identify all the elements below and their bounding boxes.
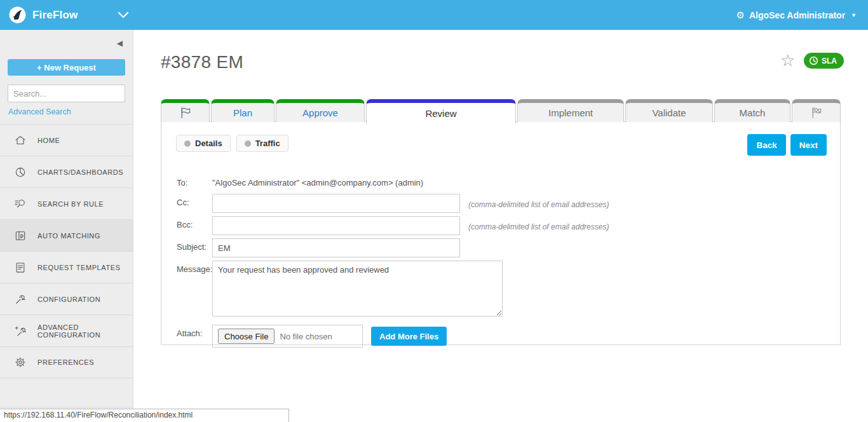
sidebar-item-label: CONFIGURATION [37,296,100,303]
sidebar-item-label: ADVANCED CONFIGURATION [37,323,133,339]
subject-input[interactable] [212,238,460,257]
caret-down-icon: ▼ [851,12,857,18]
sidebar-menu: HOME CHARTS/DASHBOARDS SEARCH BY RULE [0,124,133,378]
top-header-bar: FireFlow ⚙ AlgoSec Administrator ▼ [0,0,868,30]
pie-chart-icon [14,166,27,179]
choose-file-button[interactable]: Choose File [218,329,275,344]
sidebar-item-charts-dashboards[interactable]: CHARTS/DASHBOARDS [0,156,133,187]
cc-row: Cc: (comma-delimited list of email addre… [177,194,609,213]
panel-actions: Back Next [747,134,827,156]
new-request-button[interactable]: + New Request [8,59,125,76]
sidebar-item-search-by-rule[interactable]: SEARCH BY RULE [0,187,133,219]
message-row: Message: Your request has been approved … [177,261,609,316]
browser-status-url: https://192.168.11.40/FireFlow/Reconcili… [0,409,289,422]
sidebar-collapse-icon[interactable]: ◀ [117,39,123,48]
tab-implement[interactable]: Implement [517,99,624,122]
message-label: Message: [177,261,212,274]
details-button[interactable]: Details [176,135,231,152]
fireflow-logo-icon [9,6,26,24]
sidebar-item-home[interactable]: HOME [0,124,133,156]
tab-start-flag[interactable] [161,99,210,122]
sidebar-item-label: AUTO MATCHING [37,232,100,240]
cc-input[interactable] [212,194,460,213]
document-icon [14,261,27,274]
tab-approve[interactable]: Approve [276,99,365,122]
attach-row: Attach: Choose File No file chosen Add M… [177,325,609,348]
no-file-chosen-text: No file chosen [280,332,332,341]
dot-icon [245,140,251,147]
workflow-tabs: Plan Approve Review Implement Validate M… [161,99,841,122]
back-button[interactable]: Back [747,134,785,156]
user-name: AlgoSec Administrator [749,10,845,20]
sidebar-item-request-templates[interactable]: REQUEST TEMPLATES [0,251,133,283]
sla-label: SLA [822,57,837,65]
sidebar-item-auto-matching[interactable]: AUTO MATCHING [0,219,133,251]
chevron-down-icon[interactable] [118,11,129,18]
next-button[interactable]: Next [790,134,827,156]
sidebar-item-preferences[interactable]: PREFERENCES [0,346,133,378]
fireflow-app: FireFlow ⚙ AlgoSec Administrator ▼ ◀ + N… [0,0,868,422]
tab-match[interactable]: Match [714,99,790,122]
to-value: "AlgoSec Administrator" <admin@company.c… [212,178,423,187]
gear-icon [14,356,27,369]
tab-review[interactable]: Review [366,99,516,123]
sla-badge[interactable]: SLA [804,53,844,69]
home-icon [14,134,27,147]
subject-label: Subject: [177,238,212,252]
search-rule-icon [14,198,27,210]
to-row: To: "AlgoSec Administrator" <admin@compa… [177,178,609,187]
user-menu[interactable]: ⚙ AlgoSec Administrator ▼ [736,10,868,21]
advanced-search-link[interactable]: Advanced Search [8,107,71,116]
traffic-button[interactable]: Traffic [236,135,288,152]
app-logo-group[interactable]: FireFlow [0,6,78,24]
sidebar-item-advanced-configuration[interactable]: ADVANCED CONFIGURATION [0,315,133,346]
tab-finish-flag[interactable] [792,99,841,122]
wrench-plus-icon [14,325,27,337]
bcc-label: Bcc: [177,216,212,229]
sidebar-item-label: HOME [37,137,60,144]
clock-icon [809,56,818,65]
page-title: #3878 EM [161,52,243,72]
sidebar-item-label: SEARCH BY RULE [37,200,104,208]
sidebar-search-box [8,85,125,102]
wrench-icon [14,293,27,306]
to-label: To: [177,178,212,187]
attach-label: Attach: [177,325,212,338]
favorite-star-icon[interactable]: ☆ [780,51,795,71]
review-panel: Details Traffic Back Next To: "AlgoSec A… [161,121,841,345]
app-title: FireFlow [32,9,78,22]
bcc-input[interactable] [212,216,460,235]
sidebar: ◀ + New Request Advanced Search HOME CHA… [0,30,133,422]
sidebar-item-label: PREFERENCES [37,358,94,366]
sidebar-divider [0,407,133,407]
traffic-label: Traffic [255,139,280,148]
auto-matching-icon [14,229,27,242]
gear-icon: ⚙ [736,10,744,21]
cc-label: Cc: [177,194,212,207]
flag-start-icon [179,107,192,118]
message-textarea[interactable]: Your request has been approved and revie… [212,261,503,316]
search-input[interactable] [8,89,130,99]
subject-row: Subject: [177,238,609,257]
cc-hint: (comma-delimited list of email addresses… [468,200,609,213]
sidebar-item-configuration[interactable]: CONFIGURATION [0,283,133,315]
tab-validate[interactable]: Validate [625,99,713,122]
tab-plan[interactable]: Plan [211,99,275,122]
sidebar-item-label: CHARTS/DASHBOARDS [37,168,123,176]
bcc-hint: (comma-delimited list of email addresses… [468,222,609,235]
flag-finish-icon [810,107,823,118]
bcc-row: Bcc: (comma-delimited list of email addr… [177,216,609,235]
sidebar-item-label: REQUEST TEMPLATES [37,264,121,271]
email-form: To: "AlgoSec Administrator" <admin@compa… [177,178,609,351]
file-upload-box: Choose File No file chosen [212,325,363,348]
details-label: Details [195,139,222,148]
add-more-files-button[interactable]: Add More Files [371,327,447,346]
panel-subtabs: Details Traffic [176,135,288,152]
dot-icon [184,140,191,147]
